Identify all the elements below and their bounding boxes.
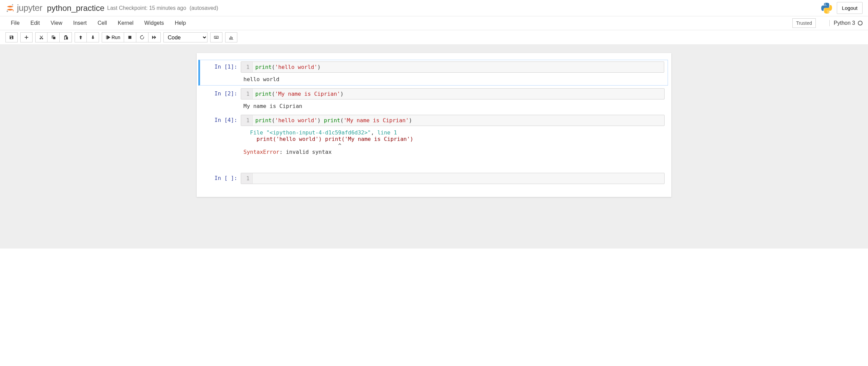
input-prompt: In [ ]: (200, 173, 241, 184)
jupyter-icon (5, 3, 15, 13)
paste-button[interactable] (60, 32, 72, 42)
arrow-up-icon (78, 35, 83, 40)
menu-bar: File Edit View Insert Cell Kernel Widget… (0, 16, 868, 30)
cell-type-select[interactable]: Code (163, 32, 208, 42)
cell-error-output: File "<ipython-input-4-d1c59afd6d32>", l… (241, 126, 665, 157)
kernel-idle-icon (858, 21, 863, 25)
save-icon (9, 35, 14, 40)
menu-cell[interactable]: Cell (92, 17, 113, 30)
line-number: 1 (241, 89, 253, 99)
input-prompt: In [1]: (200, 61, 241, 84)
kernel-name-label: Python 3 (834, 20, 855, 26)
code-content[interactable]: print('hello world') print('My name is C… (253, 115, 415, 126)
code-input-area[interactable]: 1 print('hello world') (241, 61, 664, 73)
notebook-name[interactable]: python_practice (47, 3, 104, 13)
menu-edit[interactable]: Edit (25, 17, 45, 30)
code-input-area[interactable]: 1 print('My name is Ciprian') (241, 88, 665, 99)
menu-insert[interactable]: Insert (68, 17, 92, 30)
autosave-status: (autosaved) (190, 5, 218, 11)
cell-output: My name is Ciprian (241, 99, 665, 111)
svg-point-1 (7, 11, 8, 12)
menu-view[interactable]: View (45, 17, 67, 30)
run-icon (105, 35, 110, 40)
menu-help[interactable]: Help (169, 17, 191, 30)
logout-button[interactable]: Logout (837, 2, 863, 14)
line-number: 1 (241, 62, 253, 72)
svg-rect-6 (216, 37, 216, 37)
scissors-icon (39, 35, 44, 40)
copy-button[interactable] (47, 32, 60, 42)
input-prompt: In [2]: (200, 88, 241, 111)
svg-rect-4 (214, 36, 218, 39)
code-cell[interactable]: In [2]: 1 print('My name is Ciprian') My… (200, 87, 668, 112)
restart-run-all-button[interactable] (149, 32, 161, 42)
bar-chart-icon (229, 35, 234, 40)
svg-rect-7 (216, 37, 217, 37)
header-bar: jupyter python_practice Last Checkpoint:… (0, 0, 868, 16)
menu-widgets[interactable]: Widgets (139, 17, 170, 30)
toolbar: Run Code (0, 30, 868, 45)
paste-icon (63, 35, 68, 40)
trusted-indicator[interactable]: Trusted (792, 18, 816, 28)
restart-icon (140, 35, 144, 40)
kernel-name[interactable]: Python 3 (829, 20, 863, 26)
jupyter-logo[interactable]: jupyter (5, 3, 42, 13)
command-palette-button[interactable] (210, 32, 222, 42)
line-number: 1 (241, 115, 253, 126)
notebook-container: In [1]: 1 print('hello world') hello wor… (197, 53, 671, 197)
restart-button[interactable] (136, 32, 149, 42)
input-prompt: In [4]: (200, 115, 241, 157)
insert-cell-button[interactable] (20, 32, 33, 42)
copy-icon (51, 35, 56, 40)
fast-forward-icon (152, 35, 157, 40)
stop-icon (127, 35, 132, 40)
menu-kernel[interactable]: Kernel (112, 17, 139, 30)
save-button[interactable] (5, 32, 18, 42)
chart-button[interactable] (225, 32, 237, 42)
code-input-area[interactable]: 1 print('hello world') print('My name is… (241, 115, 665, 126)
svg-rect-9 (215, 38, 217, 38)
code-content[interactable]: print('My name is Ciprian') (253, 89, 346, 99)
code-content[interactable]: print('hello world') (253, 62, 323, 72)
run-label: Run (112, 35, 120, 40)
python-logo-icon (821, 3, 832, 14)
keyboard-icon (214, 35, 219, 40)
code-cell[interactable]: In [ ]: 1 (200, 171, 668, 185)
svg-rect-3 (129, 36, 132, 39)
notebook-scroll-area[interactable]: In [1]: 1 print('hello world') hello wor… (0, 45, 868, 249)
line-number: 1 (241, 173, 253, 184)
menu-file[interactable]: File (5, 17, 25, 30)
code-cell[interactable]: In [4]: 1 print('hello world') print('My… (200, 113, 668, 158)
arrow-down-icon (91, 35, 95, 40)
interrupt-button[interactable] (124, 32, 136, 42)
plus-icon (24, 35, 29, 40)
code-input-area[interactable]: 1 (241, 173, 665, 184)
svg-point-2 (13, 10, 14, 11)
run-button[interactable]: Run (102, 32, 124, 42)
move-up-button[interactable] (75, 32, 87, 42)
move-down-button[interactable] (87, 32, 99, 42)
jupyter-logo-text: jupyter (17, 3, 42, 13)
svg-point-0 (12, 4, 13, 5)
cut-button[interactable] (35, 32, 47, 42)
cell-output: hello world (241, 73, 664, 84)
svg-rect-8 (217, 37, 217, 37)
checkpoint-status: Last Checkpoint: 15 minutes ago (107, 5, 186, 11)
svg-rect-5 (215, 37, 215, 37)
code-cell[interactable]: In [1]: 1 print('hello world') hello wor… (198, 60, 668, 86)
code-content[interactable] (253, 173, 261, 184)
